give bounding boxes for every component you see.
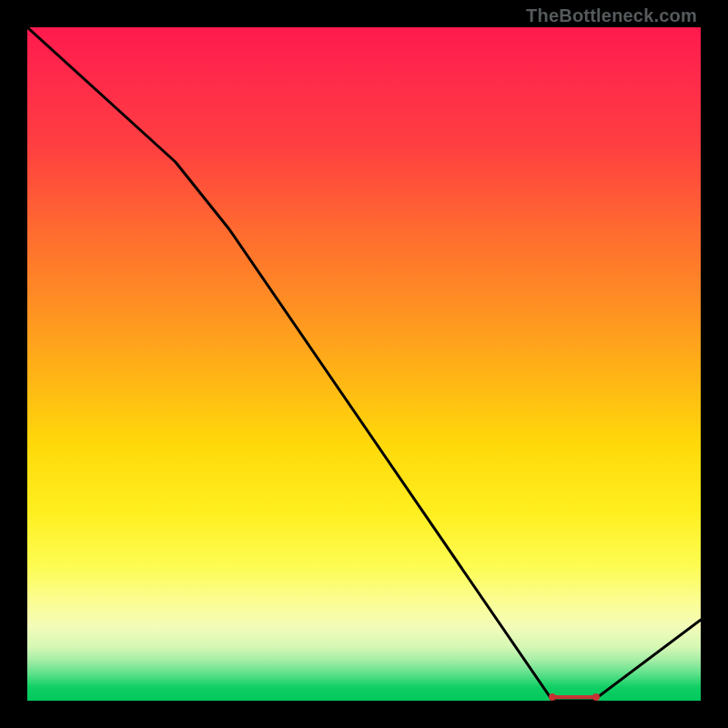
line-plot-svg <box>27 27 701 701</box>
watermark-text: TheBottleneck.com <box>526 5 697 26</box>
plot-area <box>27 27 701 701</box>
curve-line <box>27 27 701 701</box>
chart-frame: TheBottleneck.com <box>0 0 728 728</box>
